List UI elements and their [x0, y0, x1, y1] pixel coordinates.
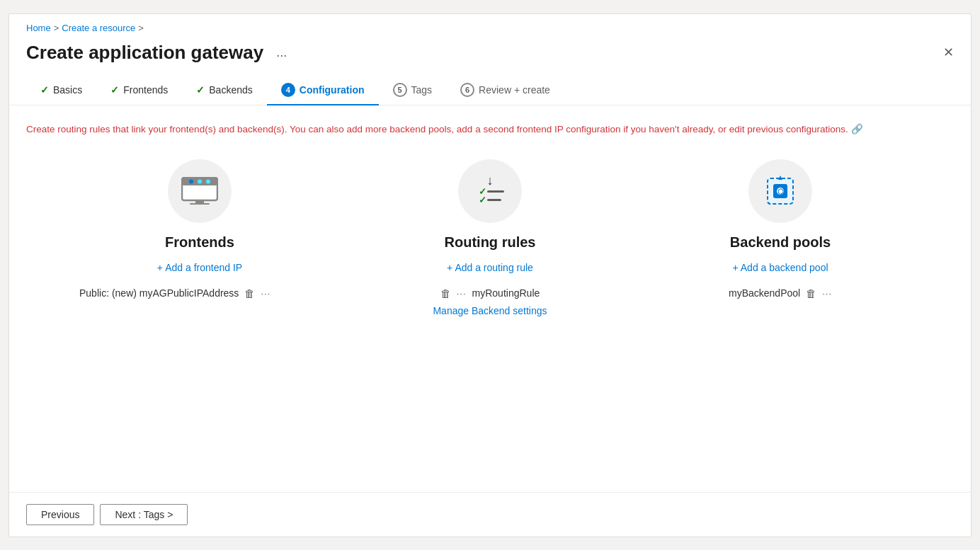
- add-routing-rule-link[interactable]: + Add a routing rule: [447, 262, 533, 273]
- frontends-column: Frontends + Add a frontend IP Public: (n…: [65, 159, 334, 299]
- routing-icon-circle: ↓ ✓ ✓: [458, 159, 522, 223]
- breadcrumb-home[interactable]: Home: [26, 23, 51, 33]
- tab-basics-label: Basics: [53, 84, 82, 96]
- tab-basics[interactable]: ✓ Basics: [26, 77, 96, 104]
- svg-rect-11: [487, 199, 501, 201]
- svg-text:✓: ✓: [479, 195, 486, 205]
- ellipsis-button[interactable]: ...: [272, 44, 291, 62]
- svg-rect-5: [195, 200, 204, 203]
- backend-pools-title: Backend pools: [730, 234, 831, 251]
- breadcrumb-sep2: >: [138, 23, 144, 33]
- tab-tags-label: Tags: [411, 84, 433, 96]
- previous-button[interactable]: Previous: [26, 504, 94, 525]
- tab-tags[interactable]: 5 Tags: [379, 76, 447, 105]
- trash-icon-backend[interactable]: 🗑: [806, 287, 816, 299]
- svg-text:↓: ↓: [487, 175, 494, 188]
- frontends-title: Frontends: [165, 234, 234, 251]
- footer: Previous Next : Tags >: [9, 492, 971, 537]
- tab-circle-configuration: 4: [281, 83, 295, 97]
- tab-backends[interactable]: ✓ Backends: [182, 77, 266, 104]
- check-icon-frontends: ✓: [110, 84, 119, 96]
- breadcrumb-sep1: >: [54, 23, 59, 33]
- frontends-icon: [181, 177, 218, 205]
- check-icon-backends: ✓: [196, 84, 205, 96]
- tabs-bar: ✓ Basics ✓ Frontends ✓ Backends 4 Config…: [9, 75, 971, 105]
- tab-configuration[interactable]: 4 Configuration: [267, 76, 379, 105]
- add-frontend-ip-link[interactable]: + Add a frontend IP: [157, 262, 242, 273]
- add-backend-pool-link[interactable]: + Add a backend pool: [732, 262, 828, 273]
- breadcrumb-create-resource[interactable]: Create a resource: [62, 23, 135, 33]
- frontends-icon-circle: [168, 159, 232, 223]
- backend-item-row: myBackendPool 🗑 ···: [646, 287, 915, 299]
- close-button[interactable]: ✕: [943, 46, 954, 59]
- tab-circle-review: 6: [460, 83, 474, 97]
- backend-icon-circle: ⬡: [748, 159, 812, 223]
- svg-text:⬡: ⬡: [777, 188, 784, 195]
- svg-rect-6: [190, 203, 210, 205]
- content-area: Create routing rules that link your fron…: [9, 105, 971, 492]
- frontends-item-text: Public: (new) myAGPublicIPAddress: [79, 287, 239, 299]
- backend-item-text: myBackendPool: [729, 287, 800, 299]
- page-title: Create application gateway: [26, 42, 263, 64]
- routing-rules-column: ↓ ✓ ✓ Routing rules + Add a routing rule…: [355, 159, 625, 316]
- svg-point-2: [189, 179, 193, 183]
- more-icon-frontends[interactable]: ···: [261, 288, 270, 299]
- svg-point-3: [198, 179, 202, 183]
- breadcrumb: Home > Create a resource >: [9, 14, 971, 36]
- header-row: Create application gateway ... ✕: [9, 36, 971, 75]
- routing-item-col: 🗑 ··· myRoutingRule Manage Backend setti…: [355, 287, 625, 316]
- description-text: Create routing rules that link your fron…: [26, 122, 876, 137]
- manage-backend-settings-link[interactable]: Manage Backend settings: [433, 305, 547, 316]
- routing-item-text: myRoutingRule: [472, 287, 540, 299]
- trash-icon-routing[interactable]: 🗑: [440, 287, 451, 299]
- tab-review[interactable]: 6 Review + create: [446, 76, 564, 105]
- svg-point-4: [206, 179, 210, 183]
- tab-review-label: Review + create: [479, 84, 550, 96]
- frontends-item-row: Public: (new) myAGPublicIPAddress 🗑 ···: [65, 287, 334, 299]
- more-icon-backend[interactable]: ···: [822, 288, 832, 299]
- routing-rules-title: Routing rules: [445, 234, 536, 251]
- tab-backends-label: Backends: [209, 84, 252, 96]
- tab-frontends-label: Frontends: [123, 84, 168, 96]
- page-title-area: Create application gateway ...: [26, 42, 291, 64]
- trash-icon-frontends[interactable]: 🗑: [244, 287, 255, 299]
- tab-circle-tags: 5: [393, 83, 407, 97]
- tab-frontends[interactable]: ✓ Frontends: [96, 77, 182, 104]
- check-icon-basics: ✓: [40, 84, 49, 96]
- main-panel: Home > Create a resource > Create applic…: [8, 13, 972, 537]
- backend-pools-column: ⬡ Backend pools + Add a backend pool myB…: [646, 159, 915, 299]
- routing-rules-icon: ↓ ✓ ✓: [472, 175, 508, 207]
- backend-pools-icon: ⬡: [762, 173, 799, 210]
- svg-rect-9: [487, 190, 504, 193]
- tab-configuration-label: Configuration: [300, 84, 365, 96]
- next-button[interactable]: Next : Tags >: [100, 504, 188, 525]
- routing-item-row: 🗑 ··· myRoutingRule: [355, 287, 625, 299]
- more-icon-routing[interactable]: ···: [457, 288, 467, 299]
- columns-container: Frontends + Add a frontend IP Public: (n…: [26, 159, 954, 316]
